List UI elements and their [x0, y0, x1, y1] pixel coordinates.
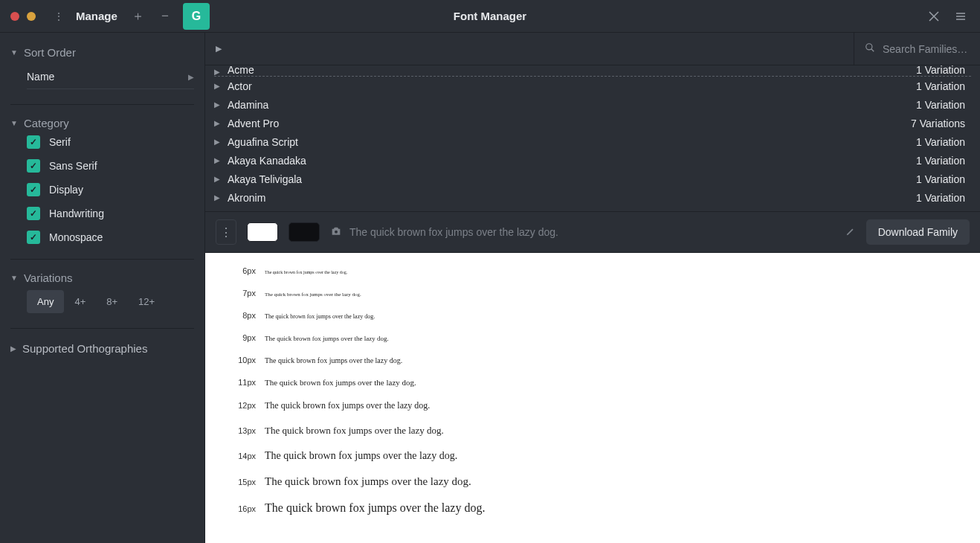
font-name: Akronim	[228, 192, 265, 204]
orthographies-header[interactable]: ▶ Supported Orthographies	[0, 336, 204, 361]
waterfall-row: 15pxThe quick brown fox jumps over the l…	[219, 475, 980, 488]
category-checkbox[interactable]: ✓Monospace	[27, 231, 194, 244]
expand-icon[interactable]: ▶	[214, 82, 226, 90]
category-checkbox[interactable]: ✓Handwriting	[27, 207, 194, 220]
fg-color-dark-swatch[interactable]	[288, 222, 320, 242]
waterfall-size-label: 12px	[219, 401, 256, 410]
font-family-row[interactable]: ▶Actor1 Variation	[205, 77, 980, 95]
sidebar: ▼ Sort Order Name ▶ ▼ Category ✓Serif✓Sa…	[0, 33, 205, 543]
list-toolbar: ▶	[205, 33, 980, 65]
search-input[interactable]	[883, 43, 972, 55]
waterfall-row: 6pxThe quick brown fox jumps over the la…	[219, 266, 980, 275]
app-title: Font Manager	[454, 10, 526, 22]
tools-icon[interactable]	[921, 3, 947, 30]
expand-icon[interactable]: ▶	[214, 175, 226, 183]
font-variation-count: 1 Variation	[916, 155, 965, 167]
variation-filter-pill[interactable]: 8+	[96, 290, 128, 313]
category-checkbox[interactable]: ✓Sans Serif	[27, 159, 194, 173]
font-family-row[interactable]: ▶Aguafina Script1 Variation	[205, 132, 980, 151]
checkbox-checked-icon: ✓	[27, 159, 40, 173]
font-family-row[interactable]: ▶Akronim1 Variation	[205, 188, 980, 207]
font-variation-count: 1 Variation	[916, 99, 965, 111]
waterfall-sample-text: The quick brown fox jumps over the lazy …	[265, 378, 416, 387]
breadcrumb-chevron-icon[interactable]: ▶	[205, 44, 232, 54]
category-label: Category	[24, 117, 69, 129]
checkbox-checked-icon: ✓	[27, 207, 40, 220]
font-variation-count: 1 Variation	[916, 65, 965, 76]
checkbox-checked-icon: ✓	[27, 135, 40, 149]
variation-filter-pill[interactable]: 4+	[64, 290, 96, 313]
window-controls	[0, 12, 36, 21]
waterfall-sample-text: The quick brown fox jumps over the lazy …	[265, 450, 457, 462]
svg-point-0	[866, 44, 872, 50]
font-family-row[interactable]: ▶Akaya Kanadaka1 Variation	[205, 151, 980, 170]
waterfall-size-label: 13px	[219, 426, 256, 435]
waterfall-row: 13pxThe quick brown fox jumps over the l…	[219, 425, 980, 437]
waterfall-row: 11pxThe quick brown fox jumps over the l…	[219, 378, 980, 387]
google-fonts-chip[interactable]: G	[183, 3, 210, 30]
font-name: Aladin	[228, 211, 257, 212]
variations-header[interactable]: ▼ Variations	[0, 266, 204, 290]
checkbox-checked-icon: ✓	[27, 183, 40, 196]
camera-icon[interactable]	[330, 225, 342, 240]
bg-color-light-swatch[interactable]	[247, 222, 278, 242]
font-variation-count: 1 Variation	[916, 211, 965, 212]
font-family-row[interactable]: ▶Akaya Telivigala1 Variation	[205, 170, 980, 188]
orthographies-label: Supported Orthographies	[22, 342, 147, 355]
hamburger-menu-icon[interactable]	[947, 3, 974, 30]
expand-icon[interactable]: ▶	[214, 156, 226, 164]
category-checkbox[interactable]: ✓Serif	[27, 135, 194, 149]
preview-waterfall: 6pxThe quick brown fox jumps over the la…	[205, 253, 980, 543]
variation-filter-pill[interactable]: Any	[27, 290, 64, 313]
preview-text-input[interactable]	[349, 226, 835, 238]
waterfall-size-label: 10px	[219, 356, 256, 364]
expand-icon[interactable]: ▶	[214, 193, 226, 202]
preview-options-button[interactable]: ⋮	[216, 219, 236, 245]
waterfall-size-label: 8px	[219, 311, 256, 320]
category-label: Handwriting	[49, 208, 104, 219]
font-name: Actor	[228, 80, 252, 92]
category-checkbox[interactable]: ✓Display	[27, 183, 194, 196]
expand-icon[interactable]: ▶	[214, 138, 226, 146]
expand-icon[interactable]: ▶	[214, 119, 226, 127]
search-icon	[865, 42, 875, 55]
waterfall-row: 14pxThe quick brown fox jumps over the l…	[219, 450, 980, 462]
minimize-window-icon[interactable]	[27, 12, 36, 21]
sort-order-select[interactable]: Name ▶	[27, 65, 194, 89]
font-name: Akaya Kanadaka	[228, 155, 306, 167]
waterfall-sample-text: The quick brown fox jumps over the lazy …	[265, 270, 347, 274]
category-label: Serif	[49, 136, 71, 148]
category-header[interactable]: ▼ Category	[0, 111, 204, 135]
font-variation-count: 1 Variation	[916, 80, 965, 92]
sort-order-label: Sort Order	[24, 46, 76, 59]
font-family-row[interactable]: ▶Acme1 Variation	[205, 65, 980, 76]
font-name: Acme	[228, 65, 254, 76]
divider	[10, 104, 194, 105]
font-family-list[interactable]: ▶Acme1 Variation▶Actor1 Variation▶Adamin…	[205, 65, 980, 211]
sort-order-header[interactable]: ▼ Sort Order	[0, 40, 204, 65]
divider	[10, 259, 194, 260]
font-family-row[interactable]: ▶Aladin1 Variation	[205, 207, 980, 211]
drag-handle-icon[interactable]: ⋮	[51, 10, 67, 22]
font-family-row[interactable]: ▶Advent Pro7 Variations	[205, 114, 980, 132]
manage-dropdown[interactable]: Manage	[68, 5, 125, 27]
chevron-down-icon: ▼	[10, 48, 18, 57]
main-content: ▶ ▶Acme1 Variation▶Actor1 Variation▶Adam…	[205, 33, 980, 543]
add-button[interactable]: ＋	[125, 3, 152, 30]
expand-icon[interactable]: ▶	[214, 100, 226, 109]
divider	[10, 328, 194, 329]
waterfall-row: 8pxThe quick brown fox jumps over the la…	[219, 311, 980, 320]
checkbox-checked-icon: ✓	[27, 231, 40, 244]
expand-icon[interactable]: ▶	[214, 68, 226, 76]
variation-filter-pill[interactable]: 12+	[128, 290, 165, 313]
waterfall-sample-text: The quick brown fox jumps over the lazy …	[265, 292, 361, 298]
font-family-row[interactable]: ▶Adamina1 Variation	[205, 95, 980, 114]
waterfall-row: 9pxThe quick brown fox jumps over the la…	[219, 333, 980, 342]
edit-preview-icon[interactable]	[845, 226, 856, 239]
remove-button[interactable]: −	[152, 3, 178, 30]
chevron-right-icon: ▶	[188, 73, 194, 81]
svg-point-1	[335, 230, 338, 233]
category-label: Sans Serif	[49, 160, 97, 172]
close-window-icon[interactable]	[10, 12, 19, 21]
download-family-button[interactable]: Download Family	[866, 219, 970, 245]
